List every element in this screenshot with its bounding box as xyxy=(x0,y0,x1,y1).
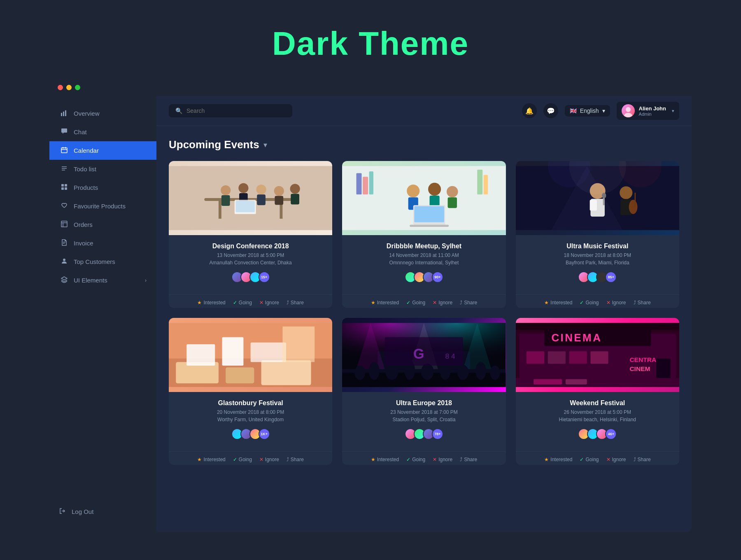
event-location-5: Stadion Poljud, Split, Croatia xyxy=(350,417,498,422)
star-icon: ★ xyxy=(544,457,549,462)
maximize-button[interactable] xyxy=(75,85,80,90)
event-actions-1: ★ Interested ✓ Going ✕ Ignore xyxy=(169,294,332,308)
share-button-3[interactable]: ⤴ Share xyxy=(634,300,651,306)
search-input[interactable] xyxy=(186,107,286,114)
event-body-6: Weekend Festival 26 November 2018 at 5:0… xyxy=(516,392,679,451)
search-box[interactable]: 🔍 xyxy=(169,104,292,117)
svg-point-83 xyxy=(421,364,434,380)
notification-bell-button[interactable]: 🔔 xyxy=(522,103,537,118)
event-image-6: CINEMA CINEMA CENTRA CINEM xyxy=(516,318,679,392)
interested-button-3[interactable]: ★ Interested xyxy=(544,300,572,306)
user-info[interactable]: Alien John Admin ▾ xyxy=(617,102,679,120)
svg-rect-67 xyxy=(222,337,244,366)
interested-button-1[interactable]: ★ Interested xyxy=(197,300,225,306)
svg-point-17 xyxy=(221,185,231,195)
ignore-button-4[interactable]: ✕ Ignore xyxy=(259,457,279,462)
svg-point-23 xyxy=(274,186,284,196)
sidebar-label-todo: Todo list xyxy=(74,166,96,173)
going-button-2[interactable]: ✓ Going xyxy=(406,300,425,306)
interested-label-3: Interested xyxy=(550,300,572,306)
svg-rect-4 xyxy=(61,184,64,187)
share-icon: ⤴ xyxy=(460,300,462,306)
logout-icon xyxy=(59,508,66,516)
sidebar-item-customers[interactable]: Top Customers xyxy=(49,252,156,271)
interested-label-5: Interested xyxy=(377,457,399,462)
header: 🔍 🔔 💬 🇬🇧 English ▾ xyxy=(156,96,692,126)
check-icon: ✓ xyxy=(233,457,237,462)
svg-point-9 xyxy=(63,259,65,261)
svg-rect-7 xyxy=(65,187,67,190)
star-icon: ★ xyxy=(197,457,202,462)
interested-button-4[interactable]: ★ Interested xyxy=(197,457,225,462)
sidebar-item-invoice[interactable]: Invoice xyxy=(49,234,156,252)
share-icon: ⤴ xyxy=(287,457,289,462)
going-button-4[interactable]: ✓ Going xyxy=(233,457,252,462)
share-label-1: Share xyxy=(291,300,304,306)
sidebar-item-chat[interactable]: Chat xyxy=(49,123,156,141)
event-body-1: Design Conference 2018 13 November 2018 … xyxy=(169,235,332,294)
svg-point-11 xyxy=(624,113,632,117)
going-button-6[interactable]: ✓ Going xyxy=(580,457,599,462)
share-button-5[interactable]: ⤴ Share xyxy=(460,457,477,462)
going-button-1[interactable]: ✓ Going xyxy=(233,300,252,306)
share-icon: ⤴ xyxy=(287,300,289,306)
interested-button-6[interactable]: ★ Interested xyxy=(544,457,572,462)
going-button-5[interactable]: ✓ Going xyxy=(406,457,425,462)
interested-label-1: Interested xyxy=(203,300,225,306)
section-dropdown-icon[interactable]: ▾ xyxy=(263,140,267,149)
event-card-4: Glastonbury Festival 20 November 2018 at… xyxy=(169,318,332,465)
going-button-3[interactable]: ✓ Going xyxy=(580,300,599,306)
sidebar-label-orders: Orders xyxy=(74,221,93,228)
logout-label: Log Out xyxy=(72,508,93,515)
event-actions-3: ★ Interested ✓ Going ✕ Ignore xyxy=(516,294,679,308)
share-button-6[interactable]: ⤴ Share xyxy=(634,457,651,462)
minimize-button[interactable] xyxy=(66,85,72,90)
user-dropdown-chevron: ▾ xyxy=(672,108,674,114)
flag-icon: 🇬🇧 xyxy=(570,107,577,114)
sidebar-item-favourite[interactable]: Favourite Products xyxy=(49,197,156,215)
content-area: Upcoming Events ▾ xyxy=(156,126,692,532)
language-selector[interactable]: 🇬🇧 English ▾ xyxy=(565,105,610,117)
event-actions-4: ★ Interested ✓ Going ✕ Ignore xyxy=(169,451,332,465)
section-title-row: Upcoming Events ▾ xyxy=(169,138,679,151)
ignore-button-1[interactable]: ✕ Ignore xyxy=(259,300,279,306)
logout-button[interactable]: Log Out xyxy=(49,499,156,524)
sidebar-item-products[interactable]: Products xyxy=(49,178,156,197)
sidebar-item-ui[interactable]: UI Elements › xyxy=(49,271,156,289)
sidebar-item-orders[interactable]: Orders xyxy=(49,215,156,234)
svg-point-41 xyxy=(447,186,458,198)
list-icon xyxy=(61,165,68,173)
svg-rect-50 xyxy=(590,200,597,210)
close-button[interactable] xyxy=(58,85,63,90)
share-button-1[interactable]: ⤴ Share xyxy=(287,300,304,306)
sidebar-item-todo[interactable]: Todo list xyxy=(49,160,156,178)
event-name-2: Dribbble Meetup, Sylhet xyxy=(350,243,498,250)
svg-rect-2 xyxy=(65,110,66,116)
bell-icon: 🔔 xyxy=(525,107,534,115)
going-label-5: Going xyxy=(412,457,425,462)
sidebar-item-overview[interactable]: Overview xyxy=(49,104,156,123)
event-actions-5: ★ Interested ✓ Going ✕ Ignore xyxy=(342,451,506,465)
interested-button-2[interactable]: ★ Interested xyxy=(371,300,399,306)
svg-point-86 xyxy=(475,362,486,380)
interested-button-5[interactable]: ★ Interested xyxy=(371,457,399,462)
ignore-button-5[interactable]: ✕ Ignore xyxy=(433,457,452,462)
svg-rect-28 xyxy=(235,201,255,212)
share-label-2: Share xyxy=(464,300,477,306)
person-icon xyxy=(61,258,68,266)
svg-rect-1 xyxy=(63,112,64,116)
share-button-4[interactable]: ⤴ Share xyxy=(287,457,304,462)
share-button-2[interactable]: ⤴ Share xyxy=(460,300,477,306)
event-card-5: G 8 4 Ultra Europe 2018 23 November 2018… xyxy=(342,318,506,465)
event-name-1: Design Conference 2018 xyxy=(176,243,325,250)
ignore-button-3[interactable]: ✕ Ignore xyxy=(606,300,626,306)
sidebar-item-calendar[interactable]: Calendar xyxy=(49,141,156,160)
event-name-5: Ultra Europe 2018 xyxy=(350,399,498,407)
ignore-button-2[interactable]: ✕ Ignore xyxy=(433,300,452,306)
check-icon: ✓ xyxy=(233,300,237,306)
ignore-button-6[interactable]: ✕ Ignore xyxy=(606,457,626,462)
app-window: Overview Chat Calendar xyxy=(49,79,692,532)
messages-button[interactable]: 💬 xyxy=(543,103,558,118)
svg-rect-66 xyxy=(186,344,215,366)
star-icon: ★ xyxy=(544,300,549,306)
